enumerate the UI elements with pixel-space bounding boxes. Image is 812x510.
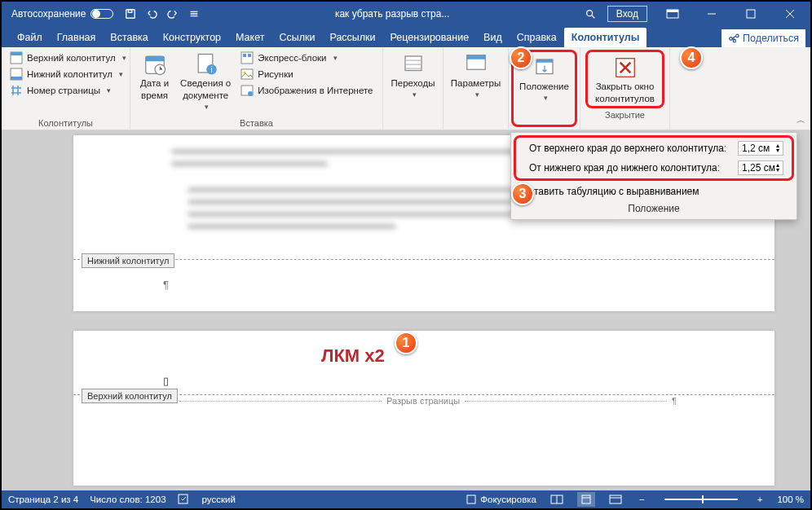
footer-from-bottom-row[interactable]: От нижнего края до нижнего колонтитула: … bbox=[518, 158, 790, 178]
svg-rect-9 bbox=[11, 77, 22, 80]
svg-rect-5 bbox=[747, 10, 755, 18]
group-parameters: Параметры▾ bbox=[444, 47, 509, 130]
badge-1: 1 bbox=[395, 332, 417, 354]
svg-rect-4 bbox=[667, 10, 678, 12]
web-layout-icon[interactable] bbox=[607, 492, 624, 507]
online-picture-icon bbox=[241, 84, 254, 97]
focus-icon[interactable]: Фокусировка bbox=[466, 494, 536, 505]
zoom-out[interactable]: − bbox=[636, 495, 648, 504]
position-dropdown: От верхнего края до верхнего колонтитула… bbox=[510, 132, 797, 220]
pagenumber-button[interactable]: Номер страницы▾ bbox=[8, 83, 128, 98]
datetime-button[interactable]: Дата ивремя bbox=[137, 51, 172, 103]
zoom-slider[interactable] bbox=[664, 499, 738, 500]
zoom-in[interactable]: + bbox=[754, 495, 766, 504]
parameters-icon bbox=[464, 52, 488, 77]
group-close: Закрыть окноколонтитулов Закрытие bbox=[580, 47, 670, 130]
insert-tab-alignment[interactable]: Вставить табуляцию с выравниванием bbox=[511, 183, 797, 200]
status-language[interactable]: русский bbox=[202, 495, 236, 504]
tab-file[interactable]: Файл bbox=[10, 28, 50, 47]
badge-2: 2 bbox=[510, 46, 532, 69]
page-2[interactable]: ЛКМ x2 ▯ Верхний колонтитул Разрыв стран… bbox=[73, 331, 774, 486]
header-icon bbox=[10, 51, 23, 64]
footer-from-bottom-input[interactable]: 1,25 см▴▾ bbox=[738, 160, 783, 175]
autosave-toggle[interactable] bbox=[90, 9, 113, 19]
footer-tag: Нижний колонтитул bbox=[82, 253, 174, 268]
spellcheck-icon[interactable] bbox=[178, 494, 191, 505]
svg-rect-11 bbox=[145, 56, 164, 61]
svg-rect-7 bbox=[11, 52, 22, 55]
svg-rect-35 bbox=[467, 495, 475, 503]
group-label-insert: Вставка bbox=[137, 117, 376, 128]
transitions-button[interactable]: Переходы▾ bbox=[388, 51, 439, 101]
svg-point-22 bbox=[248, 91, 253, 96]
ribbon-display-icon[interactable] bbox=[654, 2, 691, 26]
header-tag: Верхний колонтитул bbox=[82, 389, 178, 403]
svg-rect-18 bbox=[248, 54, 251, 57]
tab-help[interactable]: Справка bbox=[510, 28, 564, 47]
tab-review[interactable]: Рецензирование bbox=[383, 28, 477, 47]
tab-design[interactable]: Конструктор bbox=[156, 28, 228, 47]
collapse-ribbon-icon[interactable]: ︿ bbox=[797, 114, 805, 126]
svg-rect-27 bbox=[536, 59, 553, 63]
svg-text:i: i bbox=[211, 65, 213, 74]
undo-icon[interactable] bbox=[143, 5, 161, 23]
position-icon bbox=[532, 55, 557, 80]
header-from-top-row[interactable]: От верхнего края до верхнего колонтитула… bbox=[518, 138, 790, 158]
save-icon[interactable] bbox=[121, 5, 139, 23]
calendar-icon bbox=[143, 52, 167, 77]
docinfo-icon: i bbox=[193, 52, 218, 77]
svg-rect-1 bbox=[129, 10, 132, 13]
svg-rect-37 bbox=[582, 495, 590, 503]
tab-references[interactable]: Ссылки bbox=[271, 28, 322, 47]
picture-icon bbox=[241, 68, 254, 81]
header-button[interactable]: Верхний колонтитул▾ bbox=[8, 51, 128, 65]
login-button[interactable]: Вход bbox=[607, 6, 647, 22]
qat-dropdown-icon[interactable] bbox=[185, 5, 203, 23]
svg-rect-38 bbox=[610, 495, 621, 503]
title-bar: Автосохранение как убрать разрыв стра...… bbox=[2, 2, 810, 26]
svg-rect-25 bbox=[466, 55, 485, 59]
maximize-button[interactable] bbox=[732, 2, 770, 26]
svg-rect-19 bbox=[241, 69, 253, 79]
group-label-hf: Колонтитулы bbox=[8, 117, 123, 128]
tab-mailings[interactable]: Рассылки bbox=[322, 28, 382, 47]
pictures-button[interactable]: Рисунки bbox=[239, 67, 374, 81]
blocks-icon bbox=[241, 51, 254, 64]
group-insert: Дата ивремя i Сведения одокументе▾ Экспр… bbox=[130, 47, 383, 130]
search-icon[interactable] bbox=[581, 5, 599, 23]
zoom-level[interactable]: 100 % bbox=[777, 495, 804, 504]
close-x-icon bbox=[613, 55, 638, 80]
quickparts-button[interactable]: Экспресс-блоки▾ bbox=[239, 51, 374, 65]
parameters-button[interactable]: Параметры▾ bbox=[448, 51, 504, 101]
status-words[interactable]: Число слов: 1203 bbox=[90, 495, 165, 504]
paragraph-mark-2: ¶ bbox=[672, 396, 677, 406]
tab-insert[interactable]: Вставка bbox=[103, 28, 155, 47]
close-hf-button[interactable]: Закрыть окноколонтитулов bbox=[589, 54, 660, 106]
svg-rect-0 bbox=[126, 10, 135, 19]
tab-view[interactable]: Вид bbox=[476, 28, 510, 47]
badge-3: 3 bbox=[511, 182, 534, 205]
onlinepics-button[interactable]: Изображения в Интернете bbox=[239, 83, 374, 98]
minimize-button[interactable] bbox=[693, 2, 730, 26]
group-transitions: Переходы▾ bbox=[383, 47, 444, 130]
autosave-label: Автосохранение bbox=[2, 8, 90, 20]
tab-headerfooter[interactable]: Колонтитулы bbox=[564, 28, 647, 47]
docinfo-button[interactable]: i Сведения одокументе▾ bbox=[177, 51, 234, 113]
badge-4: 4 bbox=[680, 46, 703, 69]
status-page[interactable]: Страница 2 из 4 bbox=[8, 495, 78, 504]
redo-icon[interactable] bbox=[164, 5, 182, 23]
page-break-label: Разрыв страницы bbox=[386, 396, 460, 406]
footer-button[interactable]: Нижний колонтитул▾ bbox=[8, 67, 128, 81]
tab-home[interactable]: Главная bbox=[50, 28, 104, 47]
share-button[interactable]: Поделиться bbox=[722, 29, 805, 47]
status-bar: Страница 2 из 4 Число слов: 1203 русский… bbox=[2, 490, 810, 508]
tab-layout[interactable]: Макет bbox=[228, 28, 271, 47]
group-headerfooter: Верхний колонтитул▾ Нижний колонтитул▾ Н… bbox=[2, 47, 130, 130]
print-layout-icon[interactable] bbox=[577, 492, 595, 507]
close-button[interactable] bbox=[771, 2, 809, 26]
header-from-top-input[interactable]: 1,2 см▴▾ bbox=[738, 141, 783, 156]
read-mode-icon[interactable] bbox=[548, 492, 566, 507]
window-title: как убрать разрыв стра... bbox=[205, 8, 579, 20]
ribbon-tabs: Файл Главная Вставка Конструктор Макет С… bbox=[2, 26, 810, 47]
group-label-close: Закрытие bbox=[585, 108, 664, 120]
